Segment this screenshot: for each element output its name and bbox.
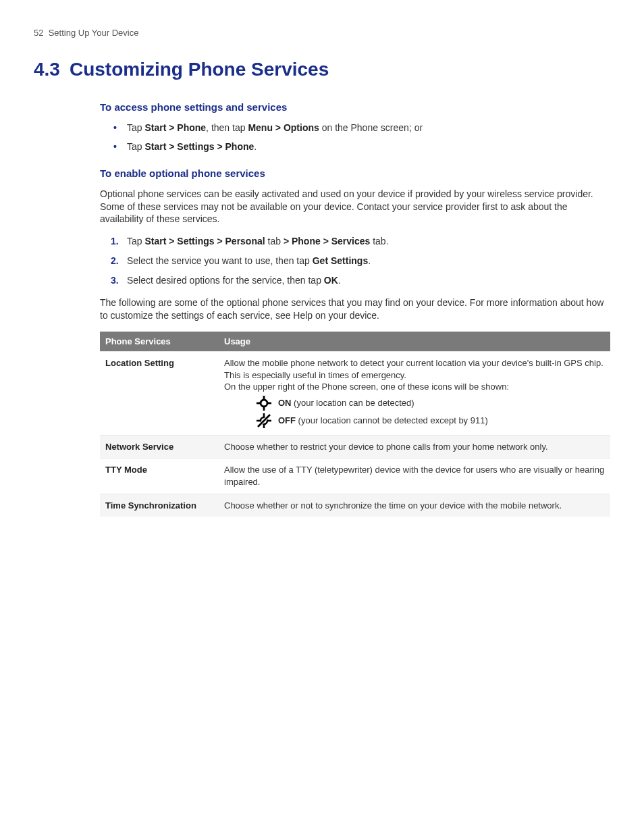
list-item: Tap Start > Settings > Phone. bbox=[100, 140, 610, 153]
cell-usage: Choose whether to restrict your device t… bbox=[219, 435, 610, 459]
list-item: Select desired options for the service, … bbox=[100, 274, 610, 287]
cell-label: TTY Mode bbox=[100, 459, 219, 494]
location-on-row: ON (your location can be detected) bbox=[257, 396, 605, 411]
list-item: Tap Start > Phone, then tap Menu > Optio… bbox=[100, 122, 610, 134]
cell-label: Location Setting bbox=[100, 352, 219, 436]
table-row: TTY Mode Allow the use of a TTY (teletyp… bbox=[100, 459, 610, 494]
cell-label: Network Service bbox=[100, 435, 219, 459]
col-header-service: Phone Services bbox=[100, 332, 219, 352]
section-number: 4.3 bbox=[34, 59, 60, 80]
location-off-row: OFF (your location cannot be detected ex… bbox=[257, 413, 605, 428]
location-on-icon bbox=[257, 396, 271, 411]
cell-usage: Allow the mobile phone network to detect… bbox=[219, 352, 610, 436]
outro-paragraph: The following are some of the optional p… bbox=[100, 296, 610, 322]
location-desc-1: Allow the mobile phone network to detect… bbox=[224, 357, 605, 381]
section-title: 4.3Customizing Phone Services bbox=[34, 57, 610, 82]
running-header: 52 Setting Up Your Device bbox=[34, 27, 610, 39]
table-row: Location Setting Allow the mobile phone … bbox=[100, 352, 610, 436]
location-desc-2: On the upper right of the Phone screen, … bbox=[224, 381, 605, 393]
col-header-usage: Usage bbox=[219, 332, 610, 352]
subhead-access: To access phone settings and services bbox=[100, 101, 610, 114]
cell-usage: Allow the use of a TTY (teletypewriter) … bbox=[219, 459, 610, 494]
subhead-enable: To enable optional phone services bbox=[100, 167, 610, 180]
table-row: Network Service Choose whether to restri… bbox=[100, 435, 610, 459]
cell-label: Time Synchronization bbox=[100, 494, 219, 517]
list-item: Tap Start > Settings > Personal tab > Ph… bbox=[100, 235, 610, 248]
steps-list: Tap Start > Settings > Personal tab > Ph… bbox=[100, 235, 610, 287]
svg-point-0 bbox=[261, 400, 267, 407]
intro-paragraph: Optional phone services can be easily ac… bbox=[100, 188, 610, 226]
location-off-icon bbox=[257, 413, 271, 428]
cell-usage: Choose whether or not to synchronize the… bbox=[219, 494, 610, 517]
table-row: Time Synchronization Choose whether or n… bbox=[100, 494, 610, 517]
access-list: Tap Start > Phone, then tap Menu > Optio… bbox=[100, 122, 610, 154]
running-title: Setting Up Your Device bbox=[49, 28, 139, 38]
content-block: To access phone settings and services Ta… bbox=[100, 101, 610, 517]
table-header-row: Phone Services Usage bbox=[100, 332, 610, 352]
page-number: 52 bbox=[34, 28, 43, 38]
list-item: Select the service you want to use, then… bbox=[100, 255, 610, 267]
section-title-text: Customizing Phone Services bbox=[70, 59, 329, 80]
services-table: Phone Services Usage Location Setting Al… bbox=[100, 332, 610, 517]
